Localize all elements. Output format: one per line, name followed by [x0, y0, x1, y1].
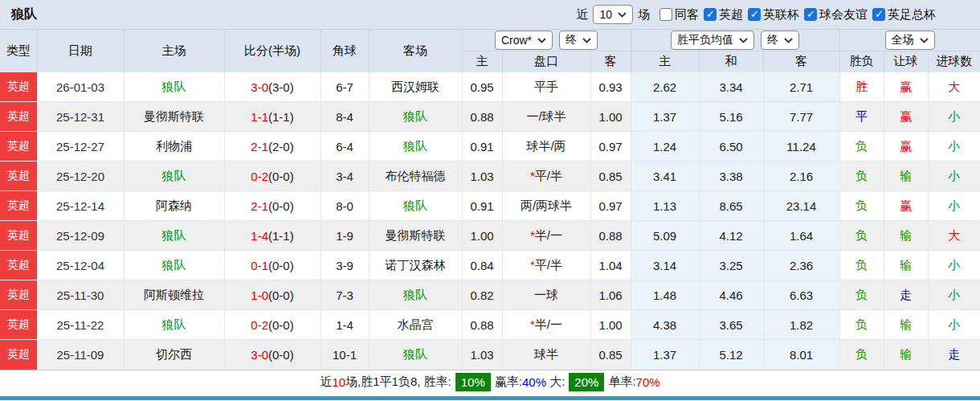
away-team[interactable]: 曼彻斯特联 [369, 221, 462, 251]
corner-score: 6-7 [321, 72, 369, 102]
table-body: 英超 26-01-03 狼队 3-0(3-0) 6-7 西汉姆联 0.95 平手… [0, 72, 980, 370]
chevron-down-icon [618, 12, 627, 18]
avg-away-odds: 1.64 [763, 221, 839, 251]
away-team[interactable]: 狼队 [369, 280, 462, 310]
recent-count-value: 10 [599, 8, 612, 21]
fulltime-score: 3-0 [251, 348, 268, 362]
avg-home-odds: 1.48 [631, 280, 699, 310]
avg-period-value: 终 [767, 33, 778, 47]
league-badge: 英超 [0, 280, 37, 310]
handicap-text: 一球 [534, 288, 558, 301]
score-cell: 2-1(0-0) [224, 191, 321, 221]
bookmaker-value: Crow* [501, 34, 532, 47]
result-goals: 小 [928, 162, 980, 191]
avg-period-select[interactable]: 终 [761, 31, 799, 50]
corner-score: 8-4 [321, 102, 369, 132]
filter-checkbox[interactable] [704, 8, 717, 21]
fulltime-score: 2-1 [251, 140, 268, 153]
handicap-line: *半/一 [502, 310, 590, 340]
summary-text: 近 [320, 374, 332, 390]
home-team[interactable]: 阿森纳 [124, 191, 224, 221]
result-wdl: 负 [839, 191, 884, 221]
avg-away-odds: 6.63 [763, 280, 839, 310]
fulltime-score: 1-1 [251, 110, 268, 124]
home-team[interactable]: 曼彻斯特联 [124, 102, 224, 132]
away-odds: 0.85 [590, 340, 631, 370]
corner-score: 1-4 [321, 310, 369, 340]
result-handicap: 赢 [884, 102, 928, 132]
match-date: 25-12-31 [37, 102, 124, 132]
league-badge: 英超 [0, 132, 37, 162]
away-odds: 1.06 [590, 280, 631, 310]
filter-group: 英联杯 [748, 7, 799, 23]
table-row: 英超 25-12-09 狼队 1-4(1-1) 1-9 曼彻斯特联 1.00 *… [0, 221, 980, 251]
avg-group-header: 胜平负均值 终 [631, 30, 839, 51]
match-date: 25-11-22 [37, 310, 124, 340]
filter-checkbox[interactable] [804, 8, 817, 21]
avg-type-select[interactable]: 胜平负均值 [671, 31, 754, 50]
avg-home-odds: 1.24 [631, 132, 699, 162]
filter-checkbox[interactable] [872, 8, 885, 21]
handicap-text: 两/两球半 [521, 198, 572, 212]
scope-value: 全场 [892, 33, 914, 47]
result-handicap: 走 [884, 280, 928, 310]
result-handicap: 赢 [884, 72, 928, 102]
filter-controls: 近 10 场 同客 英超 英联杯 球会友谊 英足总杯 [574, 5, 936, 24]
corner-score: 10-1 [321, 340, 369, 370]
away-team[interactable]: 布伦特福德 [369, 162, 462, 191]
table-row: 英超 25-12-14 阿森纳 2-1(0-0) 8-0 狼队 0.91 两/两… [0, 191, 980, 221]
result-wdl: 负 [839, 310, 884, 340]
recent-count-select[interactable]: 10 [593, 5, 633, 24]
scope-select[interactable]: 全场 [885, 31, 935, 50]
filter-label: 英联杯 [763, 7, 799, 23]
home-team[interactable]: 狼队 [124, 251, 224, 280]
score-cell: 3-0(3-0) [224, 72, 321, 102]
home-team[interactable]: 狼队 [124, 310, 224, 340]
result-handicap: 输 [884, 340, 928, 370]
summary-text: 40% [522, 375, 546, 389]
home-odds: 1.03 [462, 162, 502, 191]
score-cell: 3-0(0-0) [224, 340, 321, 370]
score-cell: 0-2(0-0) [224, 310, 321, 340]
table-row: 英超 25-12-04 狼队 0-1(0-0) 3-9 诺丁汉森林 0.84 *… [0, 251, 980, 280]
home-team[interactable]: 切尔西 [124, 340, 224, 370]
odds-period-select[interactable]: 终 [559, 31, 598, 50]
away-team[interactable]: 狼队 [369, 191, 462, 221]
away-team[interactable]: 狼队 [369, 132, 462, 162]
corner-score: 3-9 [321, 251, 369, 280]
halftime-score: (0-0) [268, 259, 294, 272]
handicap-line: 两/两球半 [502, 191, 590, 221]
away-odds: 0.85 [590, 162, 631, 191]
scope-group-header: 全场 [839, 30, 980, 51]
chevron-down-icon [920, 38, 929, 43]
away-team[interactable]: 诺丁汉森林 [369, 251, 462, 280]
matches-table: 类型 日期 主场 比分(半场) 角球 客场 Crow* 终 [0, 29, 980, 370]
summary-text: 赢率: [495, 374, 522, 390]
avg-draw-odds: 8.65 [699, 191, 763, 221]
home-odds: 0.91 [462, 191, 502, 221]
bookmaker-select[interactable]: Crow* [495, 31, 553, 50]
avg-home-odds: 1.37 [631, 102, 699, 132]
away-odds: 0.97 [590, 132, 631, 162]
result-goals: 小 [928, 132, 980, 162]
score-cell: 1-4(1-1) [224, 221, 321, 251]
home-team[interactable]: 狼队 [124, 162, 224, 191]
away-team[interactable]: 狼队 [369, 102, 462, 132]
summary-bar: 近10场,胜1平1负8, 胜率:10%赢率:40% 大:20%单率:70% [0, 370, 980, 395]
away-team[interactable]: 狼队 [369, 340, 462, 370]
league-badge: 英超 [0, 162, 37, 191]
match-date: 25-12-20 [37, 162, 124, 191]
avg-away-odds: 2.36 [763, 251, 839, 280]
home-team[interactable]: 狼队 [124, 221, 224, 251]
fulltime-score: 0-2 [251, 170, 268, 183]
home-team[interactable]: 利物浦 [124, 132, 224, 162]
home-team[interactable]: 阿斯顿维拉 [124, 280, 224, 310]
filter-checkbox[interactable] [659, 8, 672, 21]
summary-text: 70% [636, 375, 660, 389]
home-team[interactable]: 狼队 [124, 72, 224, 102]
avg-draw-odds: 5.12 [699, 340, 763, 370]
away-team[interactable]: 西汉姆联 [369, 72, 462, 102]
handicap-line: *平/半 [502, 162, 590, 191]
away-team[interactable]: 水晶宫 [369, 310, 462, 340]
filter-checkbox[interactable] [748, 8, 761, 21]
